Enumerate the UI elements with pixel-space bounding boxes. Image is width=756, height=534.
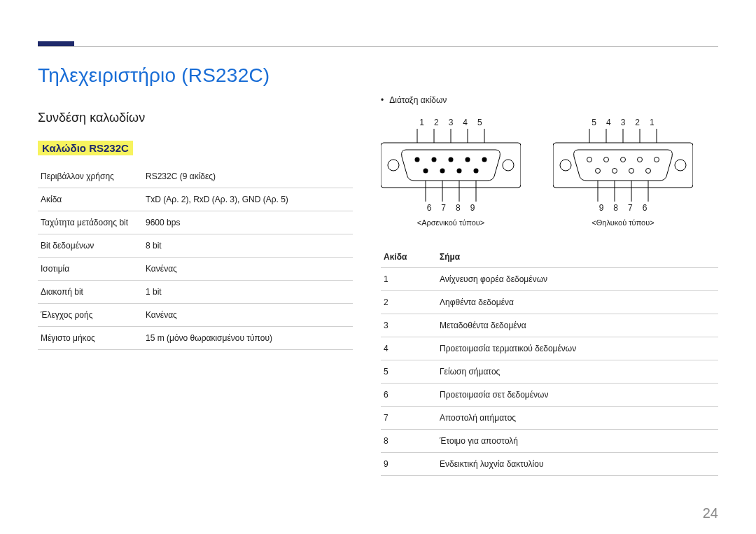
svg-point-28 (675, 160, 686, 171)
spec-val: Κανένας (143, 258, 353, 281)
pin-arrangement-label: Διάταξη ακίδων (381, 95, 718, 105)
svg-point-11 (465, 157, 470, 162)
diagram-caption: <Θηλυκού τύπου> (553, 218, 693, 227)
pin-num: 1 (419, 118, 424, 127)
pin-signal: Ανίχνευση φορέα δεδομένων (437, 268, 718, 291)
pin-num: 6 (427, 203, 432, 213)
svg-point-15 (457, 169, 462, 174)
connector-female: 5 4 3 2 1 (553, 118, 693, 227)
pin-num: 9 (599, 203, 604, 213)
pin-num: 8 (456, 203, 461, 213)
table-row: Ταχύτητα μετάδοσης bit9600 bps (38, 211, 353, 234)
svg-point-9 (432, 157, 437, 162)
col-pin: Ακίδα (381, 246, 437, 268)
page-number: 24 (703, 505, 718, 521)
svg-point-34 (596, 169, 601, 174)
pin-num: 5 (592, 118, 596, 127)
spec-key: Ισοτιμία (38, 258, 143, 281)
spec-val: 1 bit (143, 281, 353, 304)
header-divider (38, 46, 718, 47)
svg-point-36 (629, 169, 634, 174)
spec-key: Ταχύτητα μετάδοσης bit (38, 211, 143, 234)
table-row: 7Αποστολή αιτήματος (381, 407, 718, 430)
db9-male-icon (381, 129, 521, 202)
pin-signal: Ενδεικτική λυχνία δακτυλίου (437, 453, 718, 476)
pin-labels-top: 5 4 3 2 1 (553, 118, 693, 127)
spec-key: Έλεγχος ροής (38, 304, 143, 327)
pin-num: 7 (441, 203, 446, 213)
svg-point-32 (638, 157, 643, 162)
db9-female-icon (553, 129, 693, 202)
svg-point-27 (560, 160, 571, 171)
pin-signal: Γείωση σήματος (437, 360, 718, 384)
svg-point-35 (612, 169, 617, 174)
svg-point-10 (449, 157, 454, 162)
pin-number: 2 (381, 291, 437, 314)
spec-key: Ακίδα (38, 188, 143, 211)
svg-point-14 (440, 169, 445, 174)
spec-val: 15 m (μόνο θωρακισμένου τύπου) (143, 327, 353, 350)
svg-point-33 (654, 157, 659, 162)
pin-signal: Μεταδοθέντα δεδομένα (437, 314, 718, 337)
pin-number: 9 (381, 453, 437, 476)
pin-signal: Προετοιμασία τερματικού δεδομένων (437, 337, 718, 360)
table-row: Περιβάλλον χρήσηςRS232C (9 ακίδες) (38, 165, 353, 188)
spec-table: Περιβάλλον χρήσηςRS232C (9 ακίδες) Ακίδα… (38, 165, 353, 350)
pin-signal: Ληφθέντα δεδομένα (437, 291, 718, 314)
svg-point-31 (621, 157, 626, 162)
pin-labels-bottom: 6 7 8 9 (381, 203, 521, 213)
header-rule (38, 28, 718, 48)
table-row: 6Προετοιμασία σετ δεδομένων (381, 384, 718, 407)
table-row: 5Γείωση σήματος (381, 360, 718, 384)
section-heading: Καλώδιο RS232C (38, 141, 133, 155)
svg-point-6 (388, 160, 399, 171)
pin-num: 8 (613, 203, 618, 213)
spec-key: Περιβάλλον χρήσης (38, 165, 143, 188)
pin-num: 2 (434, 118, 439, 127)
svg-point-13 (424, 169, 428, 174)
page-title: Τηλεχειριστήριο (RS232C) (38, 64, 718, 87)
table-row: 4Προετοιμασία τερματικού δεδομένων (381, 337, 718, 360)
pin-number: 8 (381, 430, 437, 453)
pin-num: 7 (628, 203, 633, 213)
subtitle: Συνδέση καλωδίων (38, 111, 353, 125)
spec-key: Διακοπή bit (38, 281, 143, 304)
pin-num: 3 (449, 118, 454, 127)
pin-num: 6 (643, 203, 648, 213)
spec-val: 8 bit (143, 234, 353, 258)
pin-number: 7 (381, 407, 437, 430)
diagram-caption: <Αρσενικού τύπου> (381, 218, 521, 227)
svg-point-8 (415, 157, 420, 162)
table-row: 2Ληφθέντα δεδομένα (381, 291, 718, 314)
svg-point-16 (474, 169, 479, 174)
table-row: ΑκίδαTxD (Αρ. 2), RxD (Αρ. 3), GND (Αρ. … (38, 188, 353, 211)
spec-key: Bit δεδομένων (38, 234, 143, 258)
table-row: ΙσοτιμίαΚανένας (38, 258, 353, 281)
spec-val: Κανένας (143, 304, 353, 327)
pin-signal: Προετοιμασία σετ δεδομένων (437, 384, 718, 407)
table-row: Μέγιστο μήκος15 m (μόνο θωρακισμένου τύπ… (38, 327, 353, 350)
table-row: Έλεγχος ροήςΚανένας (38, 304, 353, 327)
table-row: 1Ανίχνευση φορέα δεδομένων (381, 268, 718, 291)
connector-diagrams: 1 2 3 4 5 (381, 118, 718, 227)
right-column: Διάταξη ακίδων 1 2 3 4 5 (381, 92, 718, 476)
header-accent (38, 41, 74, 46)
spec-val: TxD (Αρ. 2), RxD (Αρ. 3), GND (Αρ. 5) (143, 188, 353, 211)
table-row: 9Ενδεικτική λυχνία δακτυλίου (381, 453, 718, 476)
page: Τηλεχειριστήριο (RS232C) Συνδέση καλωδίω… (0, 0, 756, 476)
pin-num: 3 (621, 118, 626, 127)
col-signal: Σήμα (437, 246, 718, 268)
table-row: Bit δεδομένων8 bit (38, 234, 353, 258)
pin-number: 4 (381, 337, 437, 360)
content-columns: Συνδέση καλωδίων Καλώδιο RS232C Περιβάλλ… (38, 92, 718, 476)
pins-table: Ακίδα Σήμα 1Ανίχνευση φορέα δεδομένων 2Λ… (381, 246, 718, 476)
svg-point-12 (482, 157, 487, 162)
pin-labels-top: 1 2 3 4 5 (381, 118, 521, 127)
spec-key: Μέγιστο μήκος (38, 327, 143, 350)
table-row: 3Μεταδοθέντα δεδομένα (381, 314, 718, 337)
svg-point-29 (587, 157, 592, 162)
spec-val: RS232C (9 ακίδες) (143, 165, 353, 188)
pin-num: 4 (606, 118, 611, 127)
pin-num: 4 (463, 118, 468, 127)
table-row: 8Έτοιμο για αποστολή (381, 430, 718, 453)
